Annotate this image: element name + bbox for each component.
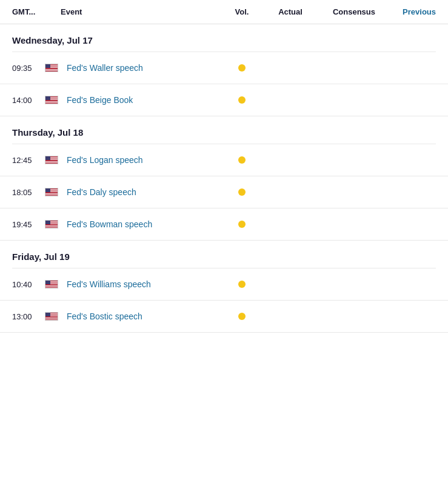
table-row[interactable]: 12:45 Fed's Logan speech bbox=[0, 144, 448, 176]
volume-dot bbox=[238, 64, 246, 72]
vol-cell bbox=[224, 313, 260, 320]
vol-cell bbox=[224, 281, 260, 288]
table-row[interactable]: 18:05 Fed's Daly speech bbox=[0, 176, 448, 208]
country-flag bbox=[42, 188, 61, 196]
table-row[interactable]: 10:40 Fed's Williams speech bbox=[0, 268, 448, 301]
day-section-1: Thursday, Jul 18 bbox=[0, 116, 448, 144]
day-label: Wednesday, Jul 17 bbox=[12, 35, 93, 45]
country-flag bbox=[42, 312, 61, 321]
volume-dot bbox=[238, 313, 246, 320]
table-row[interactable]: 14:00 Fed's Beige Book bbox=[0, 84, 448, 116]
country-flag bbox=[42, 220, 61, 228]
country-flag bbox=[42, 156, 61, 164]
us-flag-icon bbox=[45, 220, 58, 228]
volume-dot bbox=[238, 156, 246, 164]
table-row[interactable]: 09:35 Fed's Waller speech bbox=[0, 52, 448, 84]
event-time: 09:35 bbox=[12, 64, 42, 73]
actual-column-header: Actual bbox=[260, 7, 321, 16]
day-section-2: Friday, Jul 19 bbox=[0, 241, 448, 268]
event-name: Fed's Williams speech bbox=[67, 279, 224, 289]
calendar-sections: Wednesday, Jul 17 09:35 Fed's Waller spe… bbox=[0, 24, 448, 333]
event-name: Fed's Bowman speech bbox=[67, 219, 224, 229]
table-row[interactable]: 19:45 Fed's Bowman speech bbox=[0, 208, 448, 241]
day-label: Friday, Jul 19 bbox=[12, 252, 70, 262]
event-time: 18:05 bbox=[12, 188, 42, 197]
us-flag-icon bbox=[45, 312, 58, 321]
volume-dot bbox=[238, 221, 246, 228]
event-time: 14:00 bbox=[12, 96, 42, 105]
volume-dot bbox=[238, 188, 246, 196]
us-flag-icon bbox=[45, 280, 58, 288]
country-flag bbox=[42, 96, 61, 104]
us-flag-icon bbox=[45, 156, 58, 164]
event-time: 19:45 bbox=[12, 220, 42, 229]
event-name: Fed's Daly speech bbox=[67, 187, 224, 197]
day-label: Thursday, Jul 18 bbox=[12, 127, 83, 138]
table-header: GMT... Event Vol. Actual Consensus Previ… bbox=[0, 0, 448, 24]
us-flag-icon bbox=[45, 96, 58, 104]
consensus-column-header: Consensus bbox=[321, 7, 387, 16]
vol-cell bbox=[224, 221, 260, 228]
event-column-header: Event bbox=[61, 7, 224, 16]
previous-column-header[interactable]: Previous bbox=[387, 7, 436, 16]
event-name: Fed's Beige Book bbox=[67, 95, 224, 105]
gmt-column-header: GMT... bbox=[12, 7, 61, 16]
event-time: 13:00 bbox=[12, 312, 42, 321]
vol-cell bbox=[224, 96, 260, 104]
event-time: 10:40 bbox=[12, 280, 42, 289]
volume-dot bbox=[238, 96, 246, 104]
vol-cell bbox=[224, 64, 260, 72]
table-row[interactable]: 13:00 Fed's Bostic speech bbox=[0, 301, 448, 333]
event-name: Fed's Logan speech bbox=[67, 155, 224, 165]
event-name: Fed's Bostic speech bbox=[67, 311, 224, 321]
country-flag bbox=[42, 64, 61, 72]
day-section-0: Wednesday, Jul 17 bbox=[0, 24, 448, 52]
us-flag-icon bbox=[45, 188, 58, 196]
event-name: Fed's Waller speech bbox=[67, 63, 224, 73]
us-flag-icon bbox=[45, 64, 58, 72]
country-flag bbox=[42, 280, 61, 288]
vol-column-header: Vol. bbox=[224, 7, 260, 16]
vol-cell bbox=[224, 156, 260, 164]
volume-dot bbox=[238, 281, 246, 288]
event-time: 12:45 bbox=[12, 156, 42, 165]
vol-cell bbox=[224, 188, 260, 196]
